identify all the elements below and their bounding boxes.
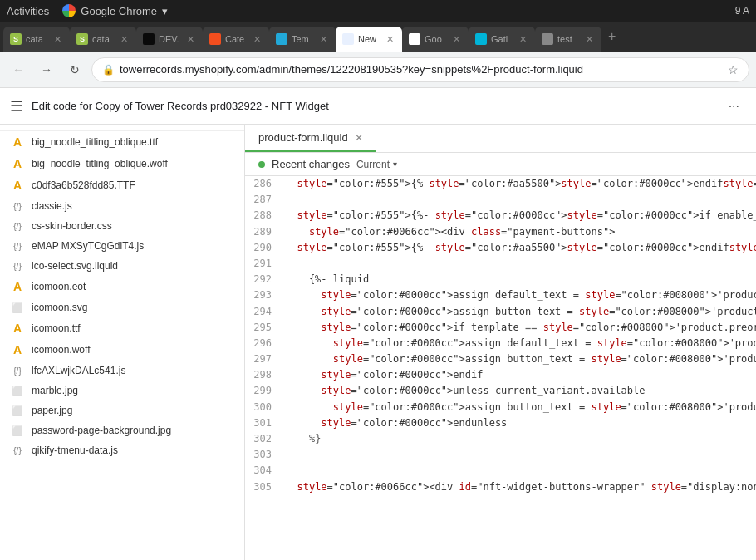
file-item[interactable]: {/}qikify-tmenu-data.js <box>0 440 244 460</box>
line-number: 299 <box>245 383 285 399</box>
code-line: 290 style="color:#555">{%- style="color:… <box>245 240 756 256</box>
line-content[interactable]: style="color:#0000cc">assign button_text… <box>285 304 756 320</box>
tab-close-tab5[interactable]: ✕ <box>317 34 329 45</box>
file-name: big_noodle_titling_oblique.ttf <box>32 136 158 148</box>
sidebar-toggle-button[interactable]: ☰ <box>10 97 23 115</box>
tab-close-tab7[interactable]: ✕ <box>450 34 462 45</box>
tab-close-tab1[interactable]: ✕ <box>52 34 63 45</box>
line-content[interactable]: style="color:#0000cc">assign default_tex… <box>285 287 756 303</box>
line-number: 304 <box>245 463 285 479</box>
back-button[interactable]: ← <box>7 58 30 81</box>
tab-tab6[interactable]: New✕ <box>336 27 402 52</box>
code-line: 296 style="color:#0000cc">assign default… <box>245 336 756 351</box>
line-content[interactable]: %} <box>285 431 756 447</box>
file-item[interactable]: ⬜icomoon.svg <box>0 297 244 317</box>
tab-tab5[interactable]: Tem✕ <box>269 27 336 52</box>
line-content[interactable]: style="color:#0000cc">unless current_var… <box>285 383 756 399</box>
file-item[interactable]: Aicomoon.woff <box>0 339 244 361</box>
file-item[interactable]: {/}cs-skin-border.css <box>0 216 244 236</box>
code-line: 300 style="color:#0000cc">assign button_… <box>245 400 756 415</box>
file-item[interactable]: Abig_noodle_titling_oblique.woff <box>0 153 244 174</box>
line-content[interactable]: style="color:#555">{% style="color:#aa55… <box>285 176 756 192</box>
file-item[interactable]: {/}classie.js <box>0 196 244 216</box>
line-content[interactable]: style="color:#0000cc">endif <box>285 367 756 383</box>
line-content[interactable]: {%- liquid <box>285 272 756 287</box>
reload-button[interactable]: ↻ <box>63 58 86 81</box>
line-number: 288 <box>245 208 285 224</box>
code-tab-close[interactable]: ✕ <box>355 132 363 144</box>
file-name: eMAP MXSyTCgGdiT4.js <box>32 240 144 252</box>
tab-favicon-tab7 <box>409 33 420 45</box>
new-tab-button[interactable]: + <box>601 29 622 44</box>
file-sidebar: Abig_noodle_titling_oblique.ttfAbig_nood… <box>0 125 245 560</box>
line-number: 287 <box>245 192 285 208</box>
line-content[interactable]: style="color:#0000cc">assign button_text… <box>285 351 756 367</box>
code-line: 293 style="color:#0000cc">assign default… <box>245 287 756 303</box>
more-options-button[interactable]: ··· <box>722 96 746 117</box>
tab-close-tab4[interactable]: ✕ <box>251 34 263 45</box>
code-line: 289 style="color:#0066cc"><div class="pa… <box>245 224 756 240</box>
file-item[interactable]: {/}eMAP MXSyTCgGdiT4.js <box>0 236 244 256</box>
tab-close-tab2[interactable]: ✕ <box>118 34 130 45</box>
code-line: 301 style="color:#0000cc">endunless <box>245 415 756 431</box>
chrome-icon <box>62 4 76 17</box>
line-content[interactable]: style="color:#0000cc">if template == sty… <box>285 320 756 336</box>
file-item[interactable]: Abig_noodle_titling_oblique.ttf <box>0 131 244 153</box>
line-content[interactable]: style="color:#555">{%- style="color:#aa5… <box>285 240 756 256</box>
code-line: 304 <box>245 463 756 479</box>
file-name: password-page-background.jpg <box>32 425 171 436</box>
line-content[interactable]: style="color:#0066cc"><div id="nft-widge… <box>285 479 756 495</box>
file-item[interactable]: Ac0df3a6b528fdd85.TTF <box>0 174 244 196</box>
file-item[interactable]: {/}lfcAXLwjkDALc541.js <box>0 361 244 381</box>
file-name: icomoon.svg <box>32 302 87 313</box>
code-area[interactable]: 286 style="color:#555">{% style="color:#… <box>245 176 756 560</box>
file-item[interactable]: ⬜marble.jpg <box>0 381 244 400</box>
file-item[interactable]: ⬜password-page-background.jpg <box>0 420 244 440</box>
current-badge[interactable]: Current ▾ <box>356 159 397 170</box>
tab-close-tab3[interactable]: ✕ <box>184 34 196 45</box>
code-line: 295 style="color:#0000cc">if template ==… <box>245 320 756 336</box>
bookmark-icon: ☆ <box>728 63 739 76</box>
code-tabs: product-form.liquid ✕ <box>245 125 756 153</box>
font-icon: A <box>10 343 25 356</box>
tab-tab2[interactable]: Scata✕ <box>70 27 136 52</box>
tab-tab9[interactable]: test✕ <box>535 27 601 52</box>
line-number: 302 <box>245 431 285 447</box>
forward-button[interactable]: → <box>35 58 58 81</box>
line-number: 295 <box>245 320 285 336</box>
line-number: 303 <box>245 447 285 463</box>
line-content[interactable]: style="color:#0066cc"><div class="paymen… <box>285 224 756 240</box>
tab-tab8[interactable]: Gati✕ <box>469 27 535 52</box>
tab-favicon-tab2: S <box>76 33 88 45</box>
line-number: 300 <box>245 400 285 415</box>
chrome-app[interactable]: Google Chrome ▾ <box>62 4 168 17</box>
tab-close-tab8[interactable]: ✕ <box>517 34 528 45</box>
line-content[interactable]: style="color:#0000cc">assign button_text… <box>285 400 756 415</box>
file-name: marble.jpg <box>32 385 78 396</box>
code-icon: {/} <box>10 222 25 231</box>
line-content[interactable]: style="color:#0000cc">endunless <box>285 415 756 431</box>
code-tab-product-form[interactable]: product-form.liquid ✕ <box>245 125 376 152</box>
code-line: 287 <box>245 192 756 208</box>
tab-favicon-tab4 <box>209 33 221 45</box>
file-item[interactable]: Aicomoon.ttf <box>0 317 244 339</box>
file-item[interactable]: ⬜paper.jpg <box>0 400 244 420</box>
file-item[interactable]: {/}ico-select.svg.liquid <box>0 256 244 276</box>
file-item[interactable]: Aicomoon.eot <box>0 276 244 297</box>
file-name: icomoon.woff <box>32 344 90 356</box>
line-number: 296 <box>245 336 285 351</box>
line-number: 290 <box>245 240 285 256</box>
address-box[interactable]: 🔒 towerrecords.myshopify.com/admin/theme… <box>91 57 749 82</box>
line-content[interactable]: style="color:#555">{%- style="color:#000… <box>285 208 756 224</box>
tab-tab4[interactable]: Cate✕ <box>203 27 269 52</box>
tab-tab7[interactable]: Goo✕ <box>402 27 469 52</box>
line-number: 294 <box>245 304 285 320</box>
tab-close-tab9[interactable]: ✕ <box>583 34 595 45</box>
address-bar-row: ← → ↻ 🔒 towerrecords.myshopify.com/admin… <box>0 52 756 88</box>
line-content[interactable]: style="color:#0000cc">assign default_tex… <box>285 336 756 351</box>
tab-tab3[interactable]: DEV.✕ <box>136 27 203 52</box>
activities-label[interactable]: Activities <box>7 5 49 17</box>
tab-close-tab6[interactable]: ✕ <box>384 34 395 45</box>
line-number: 305 <box>245 479 285 495</box>
tab-tab1[interactable]: Scata✕ <box>3 27 70 52</box>
